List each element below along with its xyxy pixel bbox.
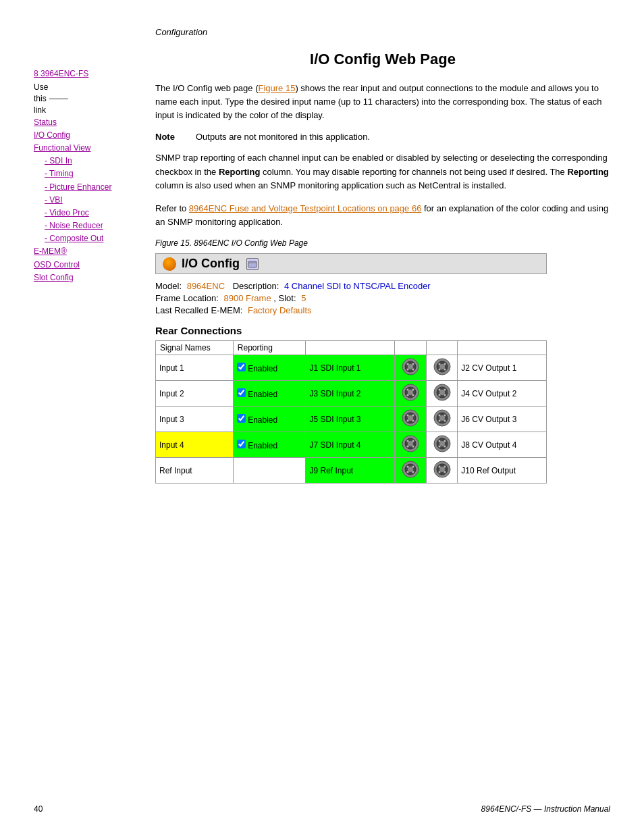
svg-point-13 (444, 363, 446, 365)
sidebar-link-12[interactable]: Slot Config (34, 271, 142, 284)
svg-point-15 (444, 369, 446, 371)
sidebar-link-5[interactable]: - Picture Enhancer (34, 181, 142, 194)
sidebar-link-1[interactable]: I/O Config (34, 129, 142, 142)
svg-point-20 (412, 389, 414, 391)
note-text: Outputs are not monitored in this applic… (196, 132, 370, 142)
svg-point-60 (408, 467, 413, 472)
refer-text: Refer to 8964ENC Fuse and Voltage Testpo… (155, 202, 610, 229)
connector-1-0 (395, 355, 427, 381)
svg-point-63 (406, 471, 408, 473)
reporting-checkbox-label-0[interactable]: Enabled (237, 364, 277, 373)
col-header-conn1 (395, 341, 427, 355)
svg-point-69 (444, 466, 446, 468)
use-label-3: link (34, 105, 48, 116)
emem-label: Last Recalled E-MEM: (155, 305, 242, 315)
table-row: J9 Ref Input J10 Ref Output (156, 458, 547, 484)
svg-point-32 (408, 415, 413, 421)
sidebar-link-0[interactable]: Status (34, 116, 142, 129)
svg-point-29 (444, 394, 446, 396)
sidebar-link-6[interactable]: - VBI (34, 194, 142, 207)
sidebar: 8 3964ENC-FS Use this link StatusI/O Con… (34, 27, 142, 807)
svg-point-48 (412, 440, 414, 442)
svg-point-71 (444, 471, 446, 473)
figure15-link[interactable]: Figure 15 (258, 83, 295, 93)
svg-point-14 (438, 369, 440, 371)
col-header-signal: Signal Names (156, 341, 234, 355)
sidebar-link-4[interactable]: - Timing (34, 167, 142, 180)
svg-point-43 (444, 420, 446, 422)
note-label: Note (155, 132, 189, 142)
page-title: I/O Config Web Page (155, 51, 610, 68)
svg-point-56 (438, 446, 440, 448)
reporting-checkbox-1[interactable] (237, 388, 246, 397)
sidebar-link-10[interactable]: E-MEM® (34, 245, 142, 258)
reporting-checkbox-2[interactable] (237, 414, 246, 423)
sidebar-link-9[interactable]: - Composite Out (34, 232, 142, 245)
connections-table: Signal Names Reporting EnabledJ1 SDI Inp… (155, 340, 547, 484)
main-content: Configuration I/O Config Web Page The I/… (142, 27, 610, 807)
connector-2-3 (426, 432, 458, 458)
svg-point-46 (408, 441, 413, 446)
output-name-cell-0: J2 CV Output 1 (458, 355, 547, 381)
svg-point-53 (439, 441, 445, 446)
connector-1-1 (395, 381, 427, 407)
connector-2-4 (426, 458, 458, 484)
svg-point-33 (406, 415, 408, 417)
table-row: EnabledJ1 SDI Input 1 J2 CV Output 1 (156, 355, 547, 381)
sidebar-link-3[interactable]: - SDI In (34, 155, 142, 167)
io-config-icon (163, 257, 176, 271)
reporting-checkbox-label-2[interactable]: Enabled (237, 415, 277, 425)
frame-label: Frame Location: (155, 293, 219, 303)
config-header: Configuration (155, 27, 610, 37)
slot-label: Slot: (279, 293, 296, 303)
output-name-cell-3: J8 CV Output 4 (458, 432, 547, 458)
reporting-bold-2: Reporting (567, 167, 608, 177)
table-row: EnabledJ7 SDI Input 4 J8 CV Output 4 (156, 432, 547, 458)
col-header-output (458, 341, 547, 355)
input-name-cell-4: J9 Ref Input (306, 458, 395, 484)
svg-point-50 (412, 446, 414, 448)
svg-point-62 (412, 466, 414, 468)
signal-input-4[interactable] (159, 466, 217, 475)
sidebar-link-8[interactable]: - Noise Reducer (34, 219, 142, 232)
reporting-checkbox-3[interactable] (237, 440, 246, 448)
signal-input-0[interactable] (159, 363, 217, 373)
reporting-checkbox-label-1[interactable]: Enabled (237, 390, 277, 399)
svg-point-55 (444, 440, 446, 442)
col-header-conn2 (426, 341, 458, 355)
footer-title: 8964ENC/-FS — Instruction Manual (481, 804, 610, 814)
svg-point-68 (438, 466, 440, 468)
svg-point-49 (406, 446, 408, 448)
use-label-1: Use (34, 82, 48, 93)
sidebar-top-link[interactable]: 8 3964ENC-FS (34, 68, 142, 80)
svg-point-39 (439, 415, 445, 421)
signal-input-3[interactable] (159, 440, 217, 450)
connector-1-4 (395, 458, 427, 484)
sidebar-link-11[interactable]: OSD Control (34, 259, 142, 271)
reporting-bold-1: Reporting (219, 167, 260, 177)
signal-input-1[interactable] (159, 389, 217, 398)
footer: 40 8964ENC/-FS — Instruction Manual (34, 804, 610, 814)
io-config-edit-icon[interactable] (246, 258, 259, 270)
svg-point-64 (412, 471, 414, 473)
frame-comma: , (273, 293, 278, 303)
reporting-checkbox-0[interactable] (237, 363, 246, 371)
svg-point-19 (406, 389, 408, 391)
output-name-cell-4: J10 Ref Output (458, 458, 547, 484)
sidebar-link-2[interactable]: Functional View (34, 142, 142, 155)
sidebar-link-7[interactable]: - Video Proc (34, 207, 142, 219)
table-row: EnabledJ5 SDI Input 3 J6 CV Output 3 (156, 407, 547, 432)
signal-input-2[interactable] (159, 415, 217, 424)
output-name-cell-1: J4 CV Output 2 (458, 381, 547, 407)
model-info-line2: Frame Location: 8900 Frame , Slot: 5 (155, 293, 610, 303)
connector-2-1 (426, 381, 458, 407)
svg-point-7 (406, 369, 408, 371)
col-header-reporting: Reporting (233, 341, 306, 355)
model-info-line1: Model: 8964ENC Description: 4 Channel SD… (155, 281, 610, 291)
svg-point-70 (438, 471, 440, 473)
model-info-line3: Last Recalled E-MEM: Factory Defaults (155, 305, 610, 315)
connector-2-0 (426, 355, 458, 381)
svg-point-54 (438, 440, 440, 442)
reporting-checkbox-label-3[interactable]: Enabled (237, 441, 277, 450)
fuse-voltage-link[interactable]: 8964ENC Fuse and Voltage Testpoint Locat… (189, 203, 422, 213)
